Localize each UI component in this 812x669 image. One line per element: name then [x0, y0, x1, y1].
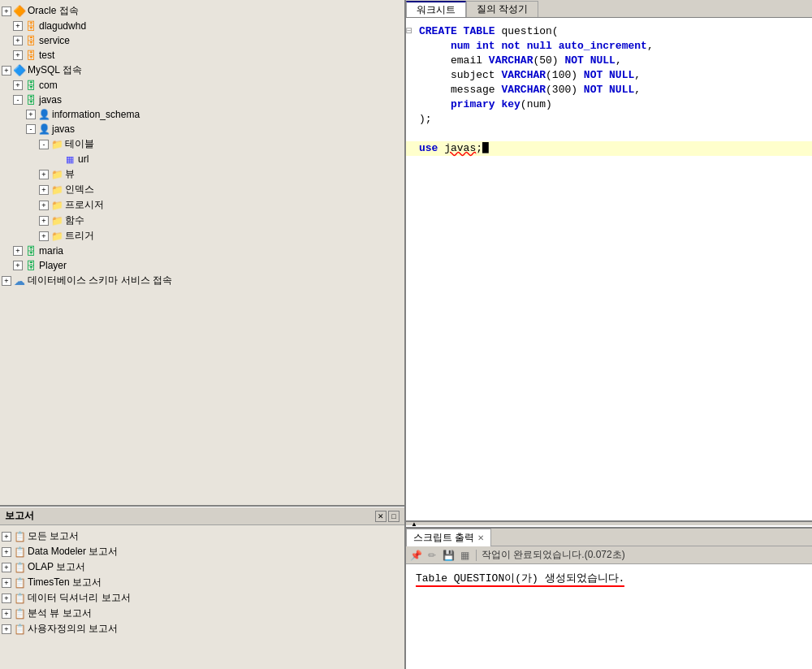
datamodeler-label: Data Modeler 보고서	[28, 545, 118, 559]
expand-custom-icon[interactable]: +	[2, 624, 11, 634]
code-line-9: use javas;█	[406, 141, 812, 156]
tree-item-url[interactable]: ▦ url	[0, 152, 404, 166]
expand-report-all-icon[interactable]: +	[2, 532, 11, 542]
dlagudwhd-label: dlagudwhd	[39, 20, 86, 32]
test-db-icon: 🗄	[24, 49, 37, 62]
analysis-icon: 📋	[13, 607, 26, 620]
view-label: 뷰	[65, 167, 75, 181]
expand-mysql-icon[interactable]: +	[2, 66, 11, 76]
code-text-5: message VARCHAR(300) NOT NULL,	[419, 83, 812, 97]
expand-com-icon[interactable]: +	[13, 80, 23, 90]
report-item-olap[interactable]: + 📋 OLAP 보고서	[0, 559, 404, 575]
expand-olap-icon[interactable]: +	[2, 563, 11, 572]
report-panel: 보고서 ✕ □ + 📋 모든 보고서 + 📋 Data Modeler 보고서	[0, 507, 404, 669]
javas-root-db-icon: 🗄	[24, 93, 37, 106]
expand-analysis-icon[interactable]: +	[2, 609, 11, 619]
grid-icon[interactable]: ▦	[458, 549, 471, 562]
report-item-custom[interactable]: + 📋 사용자정의의 보고서	[0, 621, 404, 637]
service-label: service	[39, 35, 70, 46]
expand-service-icon[interactable]: +	[13, 36, 23, 45]
tree-item-com[interactable]: + 🗄 com	[0, 78, 404, 93]
report-minimize-button[interactable]: □	[388, 511, 400, 522]
script-tab-close-icon[interactable]: ✕	[477, 533, 484, 542]
expand-tables-icon[interactable]: -	[39, 140, 49, 149]
proc-label: 프로시저	[65, 198, 104, 212]
output-text: Table QUESTION이(가) 생성되었습니다.	[416, 571, 802, 585]
code-line-6: primary key(num)	[406, 97, 812, 112]
expand-proc-icon[interactable]: +	[39, 201, 49, 210]
tree-item-oracle[interactable]: + 🔶 Oracle 접속	[0, 3, 404, 19]
tree-item-info-schema[interactable]: + 👤 information_schema	[0, 107, 404, 122]
code-line-8	[406, 127, 812, 141]
script-output-tab[interactable]: 스크립트 출력 ✕	[406, 529, 491, 546]
expand-info-icon[interactable]: +	[26, 110, 36, 119]
schema-service-icon: ☁	[13, 274, 26, 287]
code-editor[interactable]: ⊟ CREATE TABLE question( num int not nul…	[406, 18, 812, 520]
tree-item-proc[interactable]: + 📁 프로시저	[0, 197, 404, 213]
expand-datadict-icon[interactable]: +	[2, 593, 11, 603]
report-item-timesten[interactable]: + 📋 TimesTen 보고서	[0, 575, 404, 590]
minus-icon-1: ⊟	[406, 24, 419, 39]
expand-datamodeler-icon[interactable]: +	[2, 547, 11, 557]
script-output-panel: 스크립트 출력 ✕ 📌 ✏ 💾 ▦ 작업이 완료되었습니다.(0.072초) T…	[406, 527, 812, 669]
expand-schema-service-icon[interactable]: +	[2, 276, 11, 286]
expand-trigger-icon[interactable]: +	[39, 231, 49, 241]
expand-test-icon[interactable]: +	[13, 50, 23, 60]
tab-query-builder-label: 질의 작성기	[477, 2, 528, 16]
report-all-icon: 📋	[13, 530, 26, 543]
report-panel-buttons: ✕ □	[375, 511, 400, 522]
tree-item-player[interactable]: + 🗄 Player	[0, 258, 404, 273]
tree-item-javas-root[interactable]: - 🗄 javas	[0, 93, 404, 107]
report-item-datadict[interactable]: + 📋 데이터 딕셔너리 보고서	[0, 590, 404, 606]
report-close-button[interactable]: ✕	[375, 511, 387, 522]
expand-func-icon[interactable]: +	[39, 216, 49, 226]
script-status-text: 작업이 완료되었습니다.(0.072초)	[482, 548, 809, 562]
tree-item-func[interactable]: + 📁 함수	[0, 213, 404, 228]
expand-dlagudwhd-icon[interactable]: +	[13, 21, 23, 31]
expand-index-icon[interactable]: +	[39, 185, 49, 195]
tree-item-tables[interactable]: - 📁 테이블	[0, 136, 404, 152]
player-db-icon: 🗄	[24, 259, 37, 272]
oracle-label: Oracle 접속	[28, 4, 79, 18]
code-text-4: subject VARCHAR(100) NOT NULL,	[419, 68, 812, 83]
index-label: 인덱스	[65, 183, 94, 196]
tree-item-mysql[interactable]: + 🔷 MySQL 접속	[0, 63, 404, 78]
tab-worksheet[interactable]: 워크시트	[406, 1, 466, 17]
code-text-2: num int not null auto_increment,	[419, 39, 812, 54]
olap-icon: 📋	[13, 561, 26, 574]
tree-item-maria[interactable]: + 🗄 maria	[0, 244, 404, 258]
pin-icon[interactable]: 📌	[409, 549, 422, 562]
tree-item-trigger[interactable]: + 📁 트리거	[0, 228, 404, 244]
expand-player-icon[interactable]: +	[13, 261, 23, 270]
test-label: test	[39, 50, 54, 61]
right-panel: 워크시트 질의 작성기 ⊟ CREATE TABLE question( num…	[406, 0, 812, 669]
code-line-1: ⊟ CREATE TABLE question(	[406, 24, 812, 39]
edit-icon[interactable]: ✏	[425, 549, 438, 562]
expand-javas-root-icon[interactable]: -	[13, 95, 23, 105]
save-icon[interactable]: 💾	[442, 549, 455, 562]
tree-item-index[interactable]: + 📁 인덱스	[0, 182, 404, 197]
report-item-datamodeler[interactable]: + 📋 Data Modeler 보고서	[0, 544, 404, 559]
tab-query-builder[interactable]: 질의 작성기	[466, 1, 538, 17]
report-item-all[interactable]: + 📋 모든 보고서	[0, 529, 404, 544]
expand-maria-icon[interactable]: +	[13, 246, 23, 256]
tree-item-dlagudwhd[interactable]: + 🗄 dlagudwhd	[0, 19, 404, 33]
analysis-label: 분석 뷰 보고서	[28, 606, 92, 620]
expand-timesten-icon[interactable]: +	[2, 578, 11, 588]
expand-javas-db-icon[interactable]: -	[26, 124, 36, 134]
output-message: Table QUESTION이(가) 생성되었습니다.	[416, 571, 624, 585]
report-item-analysis[interactable]: + 📋 분석 뷰 보고서	[0, 606, 404, 621]
code-text-9: use javas;█	[419, 141, 812, 156]
timesten-label: TimesTen 보고서	[28, 576, 102, 589]
expand-oracle-icon[interactable]: +	[2, 6, 11, 16]
tree-item-service[interactable]: + 🗄 service	[0, 33, 404, 48]
timesten-icon: 📋	[13, 576, 26, 589]
report-all-label: 모든 보고서	[28, 529, 79, 543]
tree-item-schema-service[interactable]: + ☁ 데이터베이스 스키마 서비스 접속	[0, 273, 404, 288]
info-schema-label: information_schema	[52, 109, 140, 120]
expand-view-icon[interactable]: +	[39, 170, 49, 179]
tree-item-view[interactable]: + 📁 뷰	[0, 166, 404, 182]
tree-item-javas-db[interactable]: - 👤 javas	[0, 122, 404, 136]
url-table-icon: ▦	[63, 153, 76, 166]
tree-item-test[interactable]: + 🗄 test	[0, 48, 404, 63]
